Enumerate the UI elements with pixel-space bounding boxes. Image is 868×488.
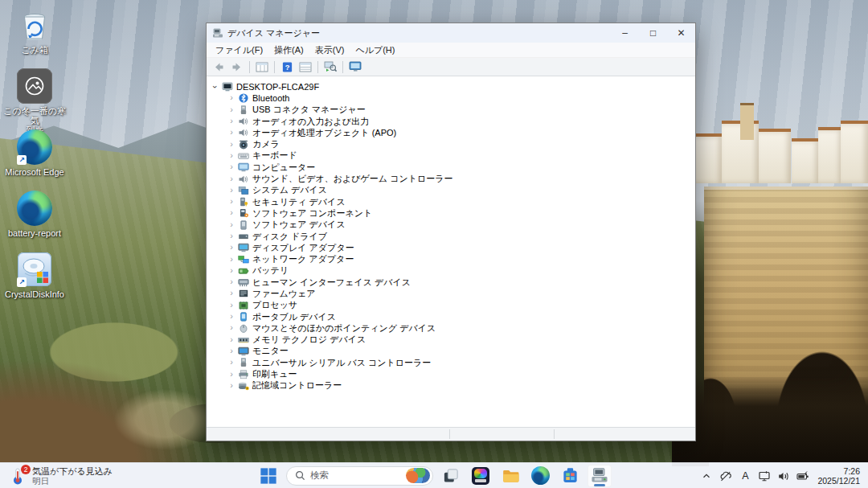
file-explorer-button[interactable] [498,465,522,487]
device-category-row[interactable]: ›カメラ [207,138,695,150]
computer2-icon [238,162,250,172]
window-titlebar[interactable]: デバイス マネージャー – □ ✕ [207,23,695,43]
ime-mode-button[interactable]: A [736,465,754,487]
console-tree-button[interactable] [254,59,270,75]
chevron-collapsed-icon[interactable]: › [227,322,236,332]
microsoft-365-button[interactable] [469,465,493,487]
ime-mode-label: A [742,470,748,482]
desktop-icon-saved-image[interactable]: この冬一番の寒気到来 [0,68,69,135]
chevron-collapsed-icon[interactable]: › [227,116,236,125]
properties-button[interactable] [297,59,313,75]
close-button[interactable]: ✕ [667,23,695,43]
device-category-row[interactable]: ›システム デバイス [207,185,695,196]
device-category-row[interactable]: ›USB コネクタ マネージャー [207,105,695,116]
back-button[interactable] [211,59,227,75]
chevron-collapsed-icon[interactable]: › [227,300,236,310]
weather-widget[interactable]: 2 気温が下がる見込み 明日 [3,463,119,488]
menu-item-view[interactable]: 表示(V) [309,43,350,57]
device-category-row[interactable]: ›メモリ テクノロジ デバイス [207,334,695,346]
chevron-collapsed-icon[interactable]: › [227,207,236,217]
volume-tray-button[interactable] [775,465,792,487]
tree-root-row[interactable]: ›DESKTOP-FLCA29F [207,81,695,92]
chevron-collapsed-icon[interactable]: › [227,334,236,344]
chevron-collapsed-icon[interactable]: › [227,162,236,171]
chevron-collapsed-icon[interactable]: › [227,254,236,264]
device-category-row[interactable]: ›オーディオ処理オブジェクト (APO) [207,127,695,138]
tree-root-label: DESKTOP-FLCA29F [236,82,319,92]
device-category-row[interactable]: ›セキュリティ デバイス [207,196,695,207]
chevron-collapsed-icon[interactable]: › [227,185,236,195]
onedrive-tray-button[interactable] [717,465,735,487]
device-category-row[interactable]: ›ソフトウェア デバイス [207,219,695,231]
device-category-row[interactable]: ›ユニバーサル シリアル バス コントローラー [207,357,695,368]
task-view-icon [443,468,459,484]
chevron-collapsed-icon[interactable]: › [227,311,236,321]
folder-icon [502,468,520,484]
device-category-row[interactable]: ›コンピューター [207,162,695,173]
edge-button[interactable] [528,465,552,487]
microsoft-store-button[interactable] [558,465,582,487]
desktop-icon-microsoft-edge[interactable]: ↗Microsoft Edge [0,129,69,177]
chevron-collapsed-icon[interactable]: › [227,150,236,160]
device-category-row[interactable]: ›ヒューマン インターフェイス デバイス [207,277,695,288]
chevron-collapsed-icon[interactable]: › [227,346,236,355]
menu-item-help[interactable]: ヘルプ(H) [350,43,400,57]
chevron-collapsed-icon[interactable]: › [227,174,236,183]
task-view-button[interactable] [439,465,463,487]
chevron-collapsed-icon[interactable]: › [227,380,236,390]
start-button[interactable] [256,465,280,487]
chevron-collapsed-icon[interactable]: › [227,139,236,149]
toolbar-separator [249,61,250,73]
device-category-row[interactable]: ›印刷キュー [207,368,695,379]
chevron-collapsed-icon[interactable]: › [227,219,236,229]
device-category-row[interactable]: ›オーディオの入力および出力 [207,116,695,127]
chevron-collapsed-icon[interactable]: › [227,231,236,240]
device-category-row[interactable]: ›記憶域コントローラー [207,380,695,392]
device-category-row[interactable]: ›ファームウェア [207,288,695,299]
minimize-button[interactable]: – [611,23,639,43]
chevron-collapsed-icon[interactable]: › [227,242,236,252]
network-tray-button[interactable] [755,465,773,487]
taskbar-clock[interactable]: 7:26 2025/12/21 [814,466,866,486]
computer-view-button[interactable] [347,59,363,75]
device-category-row[interactable]: ›Bluetooth [207,92,695,104]
device-category-row[interactable]: ›ディスプレイ アダプター [207,242,695,253]
search-input[interactable]: 検索 [286,466,433,486]
chevron-collapsed-icon[interactable]: › [227,357,236,367]
device-category-row[interactable]: ›バッテリ [207,265,695,277]
device-category-row[interactable]: ›サウンド、ビデオ、およびゲーム コントローラー [207,173,695,184]
battery-tray-button[interactable] [794,465,813,487]
chevron-collapsed-icon[interactable]: › [227,288,236,297]
chevron-collapsed-icon[interactable]: › [227,196,236,206]
device-category-row[interactable]: ›ポータブル デバイス [207,311,695,322]
help-button[interactable]: ? [279,59,295,75]
chevron-collapsed-icon[interactable]: › [227,127,236,137]
hidden-icons-chevron[interactable] [698,465,715,487]
device-category-label: キーボード [252,150,297,162]
chevron-collapsed-icon[interactable]: › [227,369,236,379]
menu-item-file[interactable]: ファイル(F) [210,43,268,57]
device-category-label: モニター [252,345,289,357]
maximize-button[interactable]: □ [639,23,667,43]
desktop-icon-recycle-bin[interactable]: ごみ箱 [0,6,69,55]
device-category-row[interactable]: ›モニター [207,346,695,357]
forward-button[interactable] [229,59,245,75]
device-category-row[interactable]: ›キーボード [207,150,695,162]
chevron-expanded-icon[interactable]: › [211,82,220,92]
chevron-collapsed-icon[interactable]: › [227,265,236,275]
device-category-row[interactable]: ›プロセッサ [207,300,695,311]
device-category-row[interactable]: ›マウスとそのほかのポインティング デバイス [207,322,695,334]
desktop-icon-crystaldiskinfo[interactable]: ↗CrystalDiskInfo [0,251,69,299]
device-category-row[interactable]: ›ディスク ドライブ [207,231,695,242]
device-category-row[interactable]: ›ネットワーク アダプター [207,253,695,265]
chevron-collapsed-icon[interactable]: › [227,277,236,286]
menu-item-action[interactable]: 操作(A) [268,43,309,57]
scan-hardware-changes-button[interactable] [322,59,338,75]
device-manager-taskbar-button[interactable] [588,465,612,487]
chevron-collapsed-icon[interactable]: › [227,92,236,102]
desktop-icon-battery-report[interactable]: battery-report [0,190,69,238]
device-category-row[interactable]: ›ソフトウェア コンポーネント [207,207,695,219]
search-highlight-art[interactable] [406,468,430,483]
chevron-collapsed-icon[interactable]: › [227,105,236,114]
toolbar-separator [317,61,318,73]
